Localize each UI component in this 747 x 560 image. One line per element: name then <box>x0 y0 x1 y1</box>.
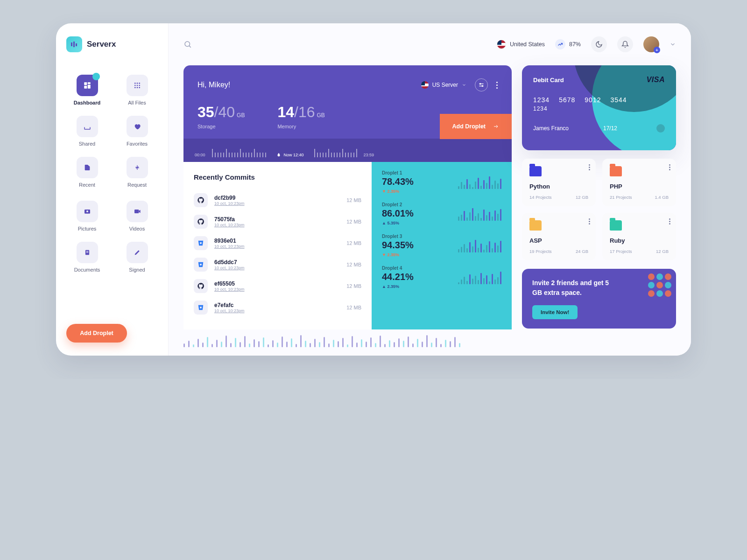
notifications-icon[interactable] <box>617 36 633 52</box>
bitbucket-icon <box>194 258 208 272</box>
avatar[interactable] <box>643 36 659 52</box>
commit-size: 12 MB <box>346 262 361 267</box>
commit-hash: e7efafc <box>214 302 340 308</box>
droplet-card[interactable]: Droplet 4 44.21% ▲ 2.35% <box>382 266 501 289</box>
commit-row[interactable]: dcf2b99 10 oct, 10:23pm 12 MB <box>194 189 361 211</box>
card-title: Debit Card <box>533 77 564 84</box>
sidebar-item-pictures[interactable]: Pictures <box>66 201 108 231</box>
commit-row[interactable]: 75075fa 10 oct, 10:23pm 12 MB <box>194 211 361 232</box>
svg-point-22 <box>185 42 190 47</box>
folder-card-php[interactable]: PHP 21 Projects1.4 GB <box>602 159 676 206</box>
sidebar-item-documents[interactable]: Documents <box>66 242 108 273</box>
commit-date: 10 oct, 10:23pm <box>214 308 340 313</box>
droplet-card[interactable]: Droplet 2 86.01% ▲ 5.35% <box>382 202 501 225</box>
commit-row[interactable]: 6d5ddc7 10 oct, 10:23pm 12 MB <box>194 254 361 275</box>
droplet-delta: ▼ 2.35% <box>382 252 414 257</box>
bitbucket-icon <box>194 301 208 315</box>
sidebar-item-label: Signed <box>129 267 145 273</box>
theme-toggle[interactable] <box>591 36 607 52</box>
sidebar-item-dashboard[interactable]: Dashboard <box>66 75 108 105</box>
svg-point-12 <box>139 85 140 86</box>
droplet-delta: ▼ 2.35% <box>382 189 414 194</box>
sidebar-item-all-files[interactable]: All Files <box>116 75 158 105</box>
sidebar-item-favorites[interactable]: Favorites <box>116 116 158 147</box>
folder-more-icon[interactable] <box>589 164 590 170</box>
droplet-card[interactable]: Droplet 3 94.35% ▼ 2.35% <box>382 234 501 257</box>
svg-rect-5 <box>87 85 90 89</box>
favorites-icon <box>127 116 148 137</box>
sidebar-item-label: Pictures <box>78 226 97 231</box>
server-select[interactable]: US Server <box>421 81 466 89</box>
commit-size: 12 MB <box>346 305 361 310</box>
memory-metric: 14/16GB Memory <box>277 104 324 129</box>
sidebar-item-label: Documents <box>74 267 100 273</box>
trend-indicator: 87% <box>555 39 581 49</box>
search-icon[interactable] <box>183 40 192 49</box>
pictures-icon <box>77 201 98 222</box>
folder-card-ruby[interactable]: Ruby 17 Projects12 GB <box>602 213 676 260</box>
commit-row[interactable]: e7efafc 10 oct, 10:23pm 12 MB <box>194 297 361 318</box>
commit-size: 12 MB <box>346 197 361 203</box>
sidebar-item-label: Videos <box>129 226 145 231</box>
trend-value: 87% <box>569 41 581 48</box>
droplet-sparkline <box>458 270 501 284</box>
hero-panel: Hi, Mikey! US Server <box>183 65 512 139</box>
svg-point-11 <box>136 85 138 86</box>
sidebar-item-recent[interactable]: Recent <box>66 157 108 188</box>
droplet-value: 44.21% <box>382 272 414 282</box>
add-droplet-button[interactable]: Add Droplet <box>66 324 127 343</box>
svg-point-27 <box>482 85 483 86</box>
folder-more-icon[interactable] <box>669 164 670 170</box>
commit-date: 10 oct, 10:23pm <box>214 266 340 270</box>
region-label: United States <box>510 41 545 48</box>
sidebar-item-shared[interactable]: Shared <box>66 116 108 147</box>
droplet-value: 94.35% <box>382 240 414 251</box>
folder-icon <box>610 166 622 176</box>
folder-card-python[interactable]: Python 14 Projects12 GB <box>522 159 596 206</box>
commits-title: Recently Commits <box>194 173 361 181</box>
chevron-down-icon[interactable] <box>669 41 676 48</box>
folder-more-icon[interactable] <box>669 218 670 224</box>
settings-icon[interactable] <box>475 78 488 91</box>
folder-name: Ruby <box>610 237 669 244</box>
documents-icon <box>77 242 98 263</box>
debit-card[interactable]: Debit Card VISA 1234567890123544 1234 Ja… <box>522 65 676 150</box>
sidebar-item-label: Request <box>127 182 147 188</box>
svg-rect-3 <box>84 82 87 85</box>
sidebar-item-videos[interactable]: Videos <box>116 201 158 231</box>
sidebar-item-signed[interactable]: Signed <box>116 242 158 273</box>
svg-point-8 <box>136 83 138 84</box>
folder-more-icon[interactable] <box>589 218 590 224</box>
droplet-card[interactable]: Droplet 1 78.43% ▼ 2.35% <box>382 170 501 194</box>
sidebar-item-request[interactable]: Request <box>116 157 158 188</box>
commit-row[interactable]: 8936e01 10 oct, 10:23pm 12 MB <box>194 232 361 254</box>
app-logo[interactable]: Serverx <box>66 36 158 52</box>
sidebar-item-label: Dashboard <box>74 100 100 105</box>
trend-icon <box>555 39 565 49</box>
folder-size: 12 GB <box>656 249 669 254</box>
invite-button[interactable]: Invite Now! <box>532 305 578 319</box>
droplet-delta: ▲ 5.35% <box>382 221 414 225</box>
hero-add-droplet-button[interactable]: Add Droplet <box>440 114 512 139</box>
svg-point-15 <box>139 87 140 88</box>
commit-size: 12 MB <box>346 219 361 224</box>
folder-projects: 17 Projects <box>610 249 632 254</box>
droplet-value: 86.01% <box>382 208 414 219</box>
server-label: US Server <box>432 82 458 88</box>
region-select[interactable]: United States <box>497 40 545 49</box>
recent-icon <box>77 157 98 178</box>
svg-rect-18 <box>134 210 139 213</box>
signed-icon <box>127 242 148 263</box>
folder-card-asp[interactable]: ASP 19 Projects24 GB <box>522 213 596 260</box>
flag-us-small-icon <box>421 81 429 89</box>
commit-size: 12 MB <box>346 240 361 246</box>
folder-name: PHP <box>610 183 669 190</box>
droplet-delta: ▲ 2.35% <box>382 284 414 289</box>
commit-row[interactable]: ef65505 10 oct, 10:23pm 12 MB <box>194 275 361 297</box>
svg-rect-0 <box>71 42 72 46</box>
svg-rect-20 <box>86 251 88 252</box>
folder-projects: 19 Projects <box>529 249 552 254</box>
flag-us-icon <box>497 40 506 49</box>
commit-hash: 8936e01 <box>214 238 340 244</box>
hero-more-icon[interactable] <box>496 82 498 89</box>
